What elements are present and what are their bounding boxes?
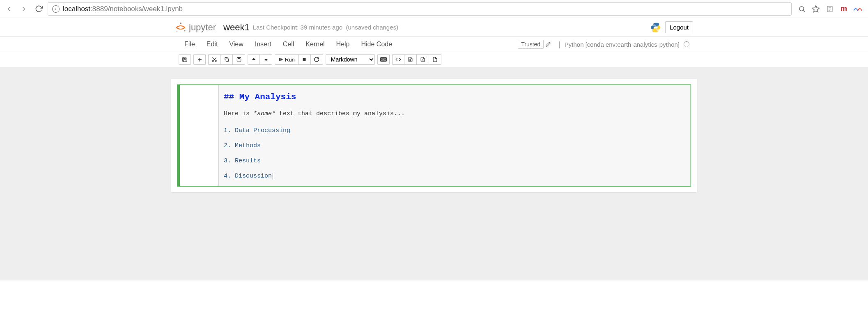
menu-hide-code[interactable]: Hide Code [355, 41, 398, 48]
browser-chrome: i localhost:8889/notebooks/week1.ipynb m [0, 0, 868, 18]
nbextension-doc-button[interactable] [404, 54, 417, 65]
reload-button[interactable] [33, 3, 44, 15]
nbextension-code-button[interactable] [392, 54, 404, 65]
nbextension-blank-button[interactable] [429, 54, 441, 65]
md-list-item: 3. Results [224, 155, 685, 166]
kernel-label[interactable]: Python [conda env:earth-analytics-python… [565, 41, 680, 48]
star-icon[interactable] [811, 5, 820, 14]
extension-arc-icon[interactable] [853, 5, 862, 14]
paste-button[interactable] [233, 54, 245, 65]
svg-point-10 [654, 23, 654, 24]
copy-button[interactable] [220, 54, 233, 65]
svg-point-0 [799, 7, 804, 11]
svg-rect-18 [226, 59, 228, 61]
menu-cell[interactable]: Cell [277, 41, 300, 48]
url-bar[interactable]: i localhost:8889/notebooks/week1.ipynb [48, 2, 792, 16]
svg-rect-19 [238, 57, 240, 58]
menu-edit[interactable]: Edit [201, 41, 224, 48]
cell-prompt [177, 85, 218, 186]
md-list-item: 1. Data Processing [224, 125, 685, 136]
cut-button[interactable] [208, 54, 220, 65]
menu-view[interactable]: View [223, 41, 249, 48]
url-path: :8889/notebooks/week1.ipynb [90, 5, 183, 13]
svg-rect-21 [303, 58, 306, 61]
md-list-item: 2. Methods [224, 140, 685, 151]
svg-line-1 [803, 10, 804, 11]
md-list-item: 4. Discussion [224, 171, 685, 182]
svg-rect-20 [279, 58, 280, 61]
cell-type-select[interactable]: Markdown [326, 54, 375, 65]
svg-rect-24 [383, 59, 384, 60]
jupyter-header: jupyter week1 Last Checkpoint: 39 minute… [0, 18, 868, 37]
move-down-button[interactable] [260, 54, 272, 65]
text-cursor [273, 173, 273, 180]
interrupt-button[interactable] [299, 54, 311, 65]
menu-file[interactable]: File [179, 41, 201, 48]
pencil-icon[interactable] [545, 41, 554, 47]
checkpoint-status: Last Checkpoint: 39 minutes ago (unsaved… [253, 24, 398, 31]
svg-point-11 [657, 30, 658, 31]
svg-rect-23 [381, 59, 383, 60]
md-body-line: Here is *some* text that describes my an… [224, 108, 685, 119]
logout-button[interactable]: Logout [665, 21, 693, 33]
notebook-area: ## My Analysis Here is *some* text that … [0, 67, 868, 280]
notebook-container: ## My Analysis Here is *some* text that … [171, 79, 697, 192]
nbextension-pdf-button[interactable] [417, 54, 429, 65]
site-info-icon[interactable]: i [52, 5, 60, 13]
url-host: localhost [63, 5, 90, 13]
run-button[interactable]: Run [275, 54, 299, 65]
svg-marker-2 [813, 5, 820, 12]
menubar: File Edit View Insert Cell Kernel Help H… [171, 37, 697, 52]
browser-right-icons: m [795, 5, 865, 14]
move-up-button[interactable] [248, 54, 260, 65]
add-cell-button[interactable] [193, 54, 206, 65]
back-button[interactable] [3, 3, 15, 15]
jupyter-logo[interactable]: jupyter [175, 22, 216, 33]
extension-m-icon[interactable]: m [839, 5, 848, 14]
kernel-status-icon [684, 41, 689, 47]
menu-kernel[interactable]: Kernel [300, 41, 330, 48]
trusted-badge[interactable]: Trusted [518, 40, 544, 49]
forward-button[interactable] [18, 3, 30, 15]
cell-editor[interactable]: ## My Analysis Here is *some* text that … [218, 85, 691, 186]
run-label: Run [285, 57, 295, 63]
svg-point-9 [177, 30, 177, 31]
menu-insert[interactable]: Insert [249, 41, 277, 48]
restart-button[interactable] [311, 54, 323, 65]
reader-icon[interactable] [825, 5, 834, 14]
svg-point-8 [184, 30, 185, 31]
md-heading-line: ## My Analysis [224, 89, 685, 105]
markdown-cell-selected[interactable]: ## My Analysis Here is *some* text that … [177, 84, 691, 187]
separator: | [556, 40, 563, 49]
notebook-name[interactable]: week1 [223, 22, 250, 33]
save-button[interactable] [179, 54, 191, 65]
menu-help[interactable]: Help [331, 41, 356, 48]
svg-point-7 [180, 23, 181, 24]
python-logo-icon [650, 22, 661, 33]
toolbar: Run Markdown [171, 52, 697, 67]
svg-rect-25 [385, 59, 385, 60]
command-palette-button[interactable] [377, 54, 390, 65]
zoom-icon[interactable] [797, 5, 806, 14]
jupyter-logo-text: jupyter [189, 22, 216, 33]
